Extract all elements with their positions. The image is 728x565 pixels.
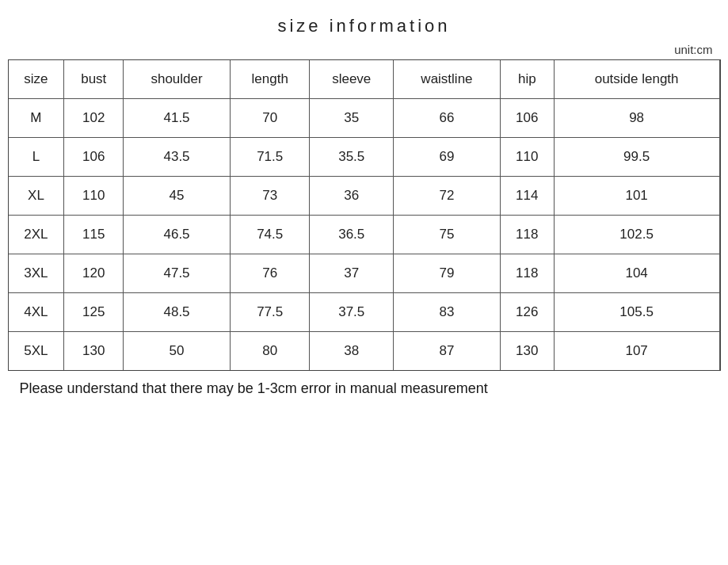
column-header-length: length xyxy=(230,60,310,99)
size-value: 72 xyxy=(394,177,501,216)
size-value: 80 xyxy=(230,332,310,371)
size-table: sizebustshoulderlengthsleevewaistlinehip… xyxy=(9,60,720,370)
size-value: 36.5 xyxy=(310,216,394,254)
column-header-hip: hip xyxy=(500,60,554,99)
size-value: 76 xyxy=(230,254,310,293)
column-header-outside-length: outside length xyxy=(554,60,719,99)
table-row: M10241.570356610698 xyxy=(9,99,720,138)
size-value: 37 xyxy=(310,254,394,293)
size-value: 114 xyxy=(500,177,554,216)
size-value: 110 xyxy=(64,177,124,216)
size-value: 83 xyxy=(394,293,501,332)
column-header-shoulder: shoulder xyxy=(124,60,231,99)
size-label: 4XL xyxy=(9,293,64,332)
table-header-row: sizebustshoulderlengthsleevewaistlinehip… xyxy=(9,60,720,99)
footer-note: Please understand that there may be 1-3c… xyxy=(8,380,721,397)
column-header-size: size xyxy=(9,60,64,99)
size-value: 37.5 xyxy=(310,293,394,332)
size-value: 126 xyxy=(500,293,554,332)
table-body: M10241.570356610698L10643.571.535.569110… xyxy=(9,99,720,371)
size-value: 125 xyxy=(64,293,124,332)
table-row: 4XL12548.577.537.583126105.5 xyxy=(9,293,720,332)
size-label: L xyxy=(9,138,64,177)
size-value: 105.5 xyxy=(554,293,719,332)
column-header-sleeve: sleeve xyxy=(310,60,394,99)
size-value: 106 xyxy=(64,138,124,177)
size-value: 107 xyxy=(554,332,719,371)
size-value: 71.5 xyxy=(230,138,310,177)
size-value: 106 xyxy=(500,99,554,138)
size-label: XL xyxy=(9,177,64,216)
size-value: 41.5 xyxy=(124,99,231,138)
size-value: 50 xyxy=(124,332,231,371)
size-value: 36 xyxy=(310,177,394,216)
size-value: 79 xyxy=(394,254,501,293)
size-value: 75 xyxy=(394,216,501,254)
column-header-waistline: waistline xyxy=(394,60,501,99)
page-title: size information xyxy=(277,16,450,36)
size-label: 2XL xyxy=(9,216,64,254)
size-value: 120 xyxy=(64,254,124,293)
size-value: 66 xyxy=(394,99,501,138)
size-value: 47.5 xyxy=(124,254,231,293)
table-row: L10643.571.535.56911099.5 xyxy=(9,138,720,177)
size-value: 98 xyxy=(554,99,719,138)
size-label: M xyxy=(9,99,64,138)
size-value: 48.5 xyxy=(124,293,231,332)
size-value: 118 xyxy=(500,254,554,293)
size-value: 102 xyxy=(64,99,124,138)
size-value: 102.5 xyxy=(554,216,719,254)
size-value: 77.5 xyxy=(230,293,310,332)
size-value: 46.5 xyxy=(124,216,231,254)
size-value: 35.5 xyxy=(310,138,394,177)
size-value: 130 xyxy=(64,332,124,371)
size-value: 70 xyxy=(230,99,310,138)
size-value: 74.5 xyxy=(230,216,310,254)
size-value: 115 xyxy=(64,216,124,254)
size-value: 38 xyxy=(310,332,394,371)
size-value: 110 xyxy=(500,138,554,177)
size-value: 35 xyxy=(310,99,394,138)
size-value: 130 xyxy=(500,332,554,371)
size-value: 45 xyxy=(124,177,231,216)
size-label: 3XL xyxy=(9,254,64,293)
size-table-container: sizebustshoulderlengthsleevewaistlinehip… xyxy=(8,59,721,371)
column-header-bust: bust xyxy=(64,60,124,99)
table-row: 3XL12047.5763779118104 xyxy=(9,254,720,293)
size-value: 87 xyxy=(394,332,501,371)
table-row: 5XL13050803887130107 xyxy=(9,332,720,371)
size-value: 101 xyxy=(554,177,719,216)
unit-label: unit:cm xyxy=(8,43,721,56)
size-value: 73 xyxy=(230,177,310,216)
table-row: 2XL11546.574.536.575118102.5 xyxy=(9,216,720,254)
size-value: 118 xyxy=(500,216,554,254)
table-row: XL11045733672114101 xyxy=(9,177,720,216)
size-value: 69 xyxy=(394,138,501,177)
size-label: 5XL xyxy=(9,332,64,371)
size-value: 99.5 xyxy=(554,138,719,177)
size-value: 104 xyxy=(554,254,719,293)
size-value: 43.5 xyxy=(124,138,231,177)
